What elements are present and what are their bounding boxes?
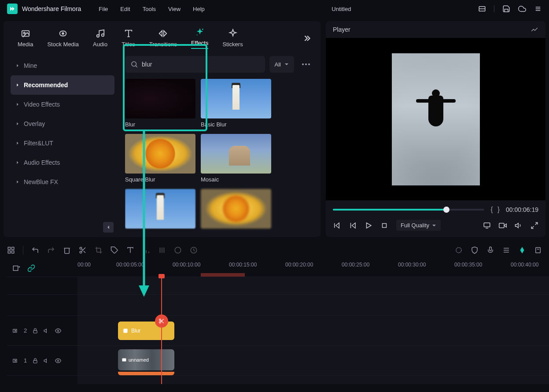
mark-out-button[interactable]: } — [497, 206, 500, 214]
more-options-button[interactable] — [298, 63, 313, 65]
lock-icon[interactable] — [32, 328, 38, 334]
mute-icon[interactable] — [44, 328, 50, 334]
save-icon[interactable] — [502, 5, 510, 13]
camera-icon[interactable] — [499, 222, 507, 229]
volume-icon[interactable] — [515, 222, 523, 229]
eye-icon[interactable] — [55, 358, 61, 364]
play-icon[interactable] — [365, 222, 372, 229]
speed-icon[interactable] — [190, 246, 198, 254]
effect-thumbnail — [125, 134, 195, 174]
progress-handle[interactable] — [443, 207, 450, 213]
sidebar-item-filter-lut[interactable]: Filter&LUT — [11, 133, 114, 153]
step-back-icon[interactable] — [349, 222, 357, 229]
effects-grid: Blur Basic Blur Square Blur Mosaic — [125, 79, 313, 231]
playhead[interactable] — [161, 277, 162, 384]
delete-icon[interactable] — [63, 246, 71, 254]
undo-icon[interactable] — [31, 246, 39, 254]
timeline-ruler[interactable]: 00:00 00:00:05:00 00:00:10:00 00:00:15:0… — [77, 260, 549, 277]
lock-icon[interactable] — [32, 358, 38, 364]
mute-icon[interactable] — [44, 358, 50, 364]
svg-rect-58 — [13, 266, 18, 271]
playhead-cut-button[interactable] — [155, 314, 168, 328]
fullscreen-icon[interactable] — [531, 222, 538, 229]
sidebar-item-recommended[interactable]: Recommended — [11, 75, 114, 95]
sidebar-item-video-effects[interactable]: Video Effects — [11, 95, 114, 114]
redo-icon[interactable] — [47, 246, 55, 254]
menu-help[interactable]: Help — [193, 6, 205, 12]
effect-card[interactable] — [125, 189, 195, 231]
sidebar-item-overlay[interactable]: Overlay — [11, 114, 114, 133]
track-body[interactable]: unnamed — [77, 346, 549, 375]
link-icon[interactable] — [27, 264, 35, 272]
mic-icon[interactable] — [486, 246, 494, 254]
menu-view[interactable]: View — [168, 6, 181, 12]
track-number: 2 — [24, 327, 27, 334]
tab-stock-media[interactable]: Stock Media — [42, 29, 84, 48]
svg-rect-28 — [499, 223, 504, 228]
add-track-icon[interactable] — [12, 264, 20, 272]
menu-edit[interactable]: Edit — [120, 6, 130, 12]
tabs-more-icon[interactable] — [302, 33, 312, 43]
apps-icon[interactable] — [7, 246, 15, 254]
hamburger-icon[interactable] — [534, 5, 542, 13]
quality-dropdown[interactable]: Full Quality — [396, 220, 441, 231]
monitor-icon[interactable] — [483, 222, 491, 229]
player-viewport[interactable] — [326, 38, 545, 200]
track-1: 1 unnamed — [7, 345, 549, 375]
search-input[interactable] — [142, 61, 260, 68]
search-box[interactable] — [125, 56, 265, 73]
adjust-icon[interactable] — [142, 246, 150, 254]
player-progress[interactable] — [333, 209, 484, 211]
sidebar-item-newblue-fx[interactable]: NewBlue FX — [11, 172, 114, 192]
audio-mixer-icon[interactable] — [502, 246, 510, 254]
svg-point-10 — [101, 34, 104, 37]
tab-media[interactable]: Media — [12, 29, 38, 48]
effect-card-basic-blur[interactable]: Basic Blur — [201, 79, 271, 128]
render-icon[interactable] — [455, 246, 463, 254]
color-icon[interactable] — [174, 246, 182, 254]
shield-icon[interactable] — [471, 246, 479, 254]
effect-card-square-blur[interactable]: Square Blur — [125, 134, 195, 183]
svg-point-8 — [62, 33, 64, 34]
prev-frame-icon[interactable] — [333, 222, 341, 229]
clip-video[interactable]: unnamed — [118, 349, 174, 370]
app-name: Wondershare Filmora — [22, 5, 81, 12]
svg-rect-25 — [383, 223, 387, 227]
crop-icon[interactable] — [95, 246, 103, 254]
tab-audio[interactable]: Audio — [88, 29, 113, 48]
effect-clip-icon — [122, 328, 129, 334]
equalizer-icon[interactable] — [158, 246, 166, 254]
svg-rect-70 — [123, 329, 127, 333]
filter-dropdown[interactable]: All — [269, 56, 294, 73]
mark-in-button[interactable]: { — [490, 206, 493, 214]
sidebar-collapse-button[interactable] — [103, 222, 114, 233]
keyframe-icon[interactable] — [518, 246, 526, 254]
sidebar-item-audio-effects[interactable]: Audio Effects — [11, 153, 114, 172]
chart-icon[interactable] — [531, 26, 538, 33]
sidebar-item-mine[interactable]: Mine — [11, 56, 114, 75]
svg-point-36 — [80, 247, 82, 249]
cloud-icon[interactable] — [518, 5, 526, 13]
eye-icon[interactable] — [55, 328, 61, 334]
chevron-right-icon — [16, 161, 19, 164]
titlebar: Wondershare Filmora File Edit Tools View… — [0, 0, 549, 18]
text-icon[interactable] — [126, 246, 134, 254]
layout-icon[interactable] — [478, 5, 486, 13]
tab-transitions[interactable]: Transitions — [144, 29, 182, 48]
stop-icon[interactable] — [380, 222, 388, 229]
menu-file[interactable]: File — [99, 6, 108, 12]
marker-icon[interactable] — [534, 246, 542, 254]
effect-card-blur[interactable]: Blur — [125, 79, 195, 128]
cut-icon[interactable] — [79, 246, 87, 254]
svg-marker-29 — [516, 223, 519, 228]
tab-titles[interactable]: Titles — [116, 29, 140, 48]
track-body[interactable]: Blur — [77, 316, 549, 345]
svg-line-30 — [535, 222, 538, 225]
tab-effects[interactable]: Effects — [186, 27, 214, 49]
menu-tools[interactable]: Tools — [143, 6, 156, 12]
effect-card[interactable] — [201, 189, 271, 231]
tag-icon[interactable] — [111, 246, 118, 254]
effect-card-mosaic[interactable]: Mosaic — [201, 134, 271, 183]
tab-stickers[interactable]: Stickers — [217, 29, 248, 48]
svg-marker-24 — [367, 223, 372, 228]
